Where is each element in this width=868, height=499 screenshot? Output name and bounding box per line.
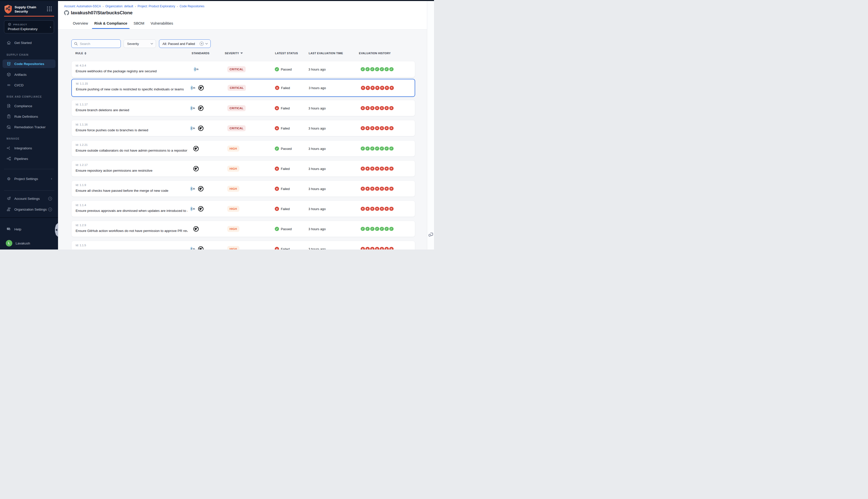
tab-overview[interactable]: Overview (73, 20, 88, 29)
sidebar-item-compliance[interactable]: Compliance (2, 102, 56, 110)
support-chat-icon[interactable] (428, 232, 434, 238)
table-row[interactable]: Id: 1.1.17 Ensure branch deletions are d… (71, 100, 415, 116)
history-pass-icon (361, 67, 365, 71)
table-row-selected[interactable]: Id: 1.1.15 Ensure pushing of new code is… (71, 79, 415, 97)
history-fail-icon (380, 186, 384, 191)
app-title: Supply Chain Security (14, 4, 36, 14)
failed-icon (275, 86, 279, 90)
sort-icon (84, 52, 86, 55)
severity-filter-dropdown[interactable]: Severity (123, 39, 156, 48)
sidebar-item-organization-settings[interactable]: Organization Settings i (2, 205, 56, 214)
rule-text: Ensure force pushes code to branches is … (76, 128, 148, 132)
breadcrumb-separator: › (135, 5, 136, 8)
history-pass-icon (380, 146, 384, 150)
cube-icon (7, 72, 11, 77)
sidebar-item-label: Compliance (14, 104, 32, 108)
code-repository-icon (7, 61, 11, 66)
history-pass-icon (375, 227, 379, 231)
history-fail-icon (370, 167, 374, 171)
history-fail-icon (375, 167, 379, 171)
owasp-standard-icon (193, 166, 199, 171)
history-fail-icon (371, 86, 375, 90)
rule-text: Ensure previous approvals are dismissed … (76, 209, 188, 212)
project-name: Product Exploratory (8, 27, 38, 31)
status-label: Passed (281, 67, 292, 71)
status-cell: Passed (275, 67, 292, 71)
standards-cell (190, 85, 204, 91)
main-content: Severity All: Passed and Failed ✕ RULE S… (58, 29, 427, 250)
history-pass-icon (370, 67, 374, 71)
breadcrumb-organization[interactable]: Organization: default (105, 4, 133, 8)
sidebar-item-label: Project Settings (14, 177, 38, 181)
svg-text:?: ? (8, 228, 9, 229)
user-menu[interactable]: L Lavakush (2, 239, 56, 247)
breadcrumb-code-repositories[interactable]: Code Repositories (180, 4, 204, 8)
sidebar-item-project-settings[interactable]: ⚙ Project Settings › (2, 174, 56, 183)
search-input[interactable] (80, 42, 115, 46)
cis-standard-icon (190, 186, 195, 192)
history-pass-icon (389, 146, 394, 150)
breadcrumb-account[interactable]: Account: Automation-SSCA (64, 4, 101, 8)
history-pass-icon (385, 146, 389, 150)
sidebar-item-get-started[interactable]: Get Started (2, 38, 56, 47)
history-fail-icon (380, 247, 384, 250)
history-fail-icon (361, 126, 365, 130)
table-row[interactable]: Id: 1.1.16 Ensure force pushes code to b… (71, 120, 415, 136)
column-header-rule[interactable]: RULE (75, 52, 86, 55)
evaluation-history (361, 86, 394, 90)
table-header: RULE STANDARDS SEVERITY LATEST STATUS LA… (58, 52, 427, 57)
search-icon (74, 42, 78, 46)
standards-cell (190, 206, 204, 211)
history-fail-icon (380, 207, 384, 211)
history-fail-icon (375, 247, 379, 250)
table-row[interactable]: Id: 1.1.4 Ensure previous approvals are … (71, 200, 415, 217)
sidebar-item-artifacts[interactable]: Artifacts (2, 70, 56, 79)
info-icon[interactable]: i (48, 208, 52, 211)
evaluation-time: 3 hours ago (309, 227, 326, 231)
info-icon[interactable]: i (48, 197, 52, 200)
standards-cell (190, 246, 204, 250)
history-fail-icon (389, 126, 394, 130)
owasp-standard-icon (198, 246, 204, 250)
history-pass-icon (370, 227, 374, 231)
evaluation-time: 3 hours ago (309, 187, 326, 191)
project-label: PROJECT (13, 23, 27, 26)
column-header-severity[interactable]: SEVERITY (225, 52, 243, 55)
table-row[interactable]: Id: 1.2.21 Ensure outside collaborators … (71, 140, 415, 157)
sidebar-item-rule-definitions[interactable]: Rule Definitions (2, 112, 56, 121)
app-logo[interactable]: Supply Chain Security (4, 4, 36, 14)
history-fail-icon (389, 167, 394, 171)
passed-icon (275, 227, 279, 231)
table-row[interactable]: Id: 4.3.4 Ensure webhooks of the package… (71, 61, 415, 77)
sidebar-item-code-repositories[interactable]: Code Repositories (2, 60, 56, 68)
rule-id: Id: 1.1.16 (76, 123, 88, 126)
integrations-icon (7, 146, 11, 150)
evaluation-history (361, 146, 394, 150)
sidebar-item-account-settings[interactable]: Account Settings i (2, 194, 56, 203)
app-switcher-icon[interactable] (47, 7, 52, 12)
clear-filter-icon[interactable]: ✕ (200, 42, 204, 46)
severity-badge: CRITICAL (227, 66, 246, 72)
history-fail-icon (365, 207, 370, 211)
status-filter-dropdown[interactable]: All: Passed and Failed ✕ (159, 39, 211, 48)
tab-sbom[interactable]: SBOM (134, 20, 144, 29)
sidebar: Supply Chain Security PROJECT Product Ex… (0, 0, 58, 250)
sidebar-item-pipelines[interactable]: Pipelines (2, 154, 56, 163)
history-fail-icon (361, 186, 365, 191)
project-selector[interactable]: PROJECT Product Exploratory › (4, 20, 54, 33)
sidebar-item-help[interactable]: ? Help (2, 225, 56, 233)
history-fail-icon (380, 167, 384, 171)
table-row[interactable]: Id: 1.1.9 Ensure all checks have passed … (71, 181, 415, 197)
tab-vulnerabilities[interactable]: Vulnerabilities (150, 20, 173, 29)
tab-risk-compliance[interactable]: Risk & Compliance (94, 20, 127, 29)
sidebar-item-remediation-tracker[interactable]: Remediation Tracker (2, 123, 56, 131)
evaluation-history (361, 227, 394, 231)
status-label: Failed (281, 167, 290, 170)
breadcrumb-project[interactable]: Project: Product Exploratory (137, 4, 175, 8)
table-row[interactable]: Id: 1.2.17 Ensure repository action perm… (71, 160, 415, 177)
table-row[interactable]: Id: 1.2.9 Ensure GitHub action workflows… (71, 221, 415, 237)
sidebar-item-label: Integrations (14, 146, 32, 150)
sidebar-item-cicd[interactable]: ∞ CI/CD (2, 81, 56, 89)
table-row[interactable]: Id: 1.1.5 HIGH Failed 3 hours ago (71, 241, 415, 250)
sidebar-item-integrations[interactable]: Integrations (2, 144, 56, 153)
